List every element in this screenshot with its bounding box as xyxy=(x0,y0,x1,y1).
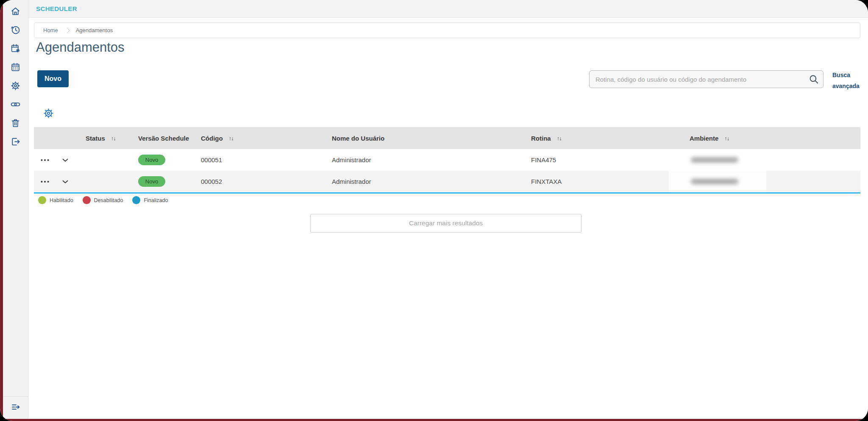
cell-ambiente xyxy=(686,171,860,192)
search-icon[interactable] xyxy=(808,74,819,85)
cell-nome-usuario: Administrador xyxy=(328,156,527,163)
row-actions-menu-icon[interactable] xyxy=(34,155,56,166)
legend-dot-red xyxy=(83,196,91,204)
cell-rotina: FINXTAXA xyxy=(527,178,686,185)
cell-rotina: FINA475 xyxy=(527,156,686,163)
column-header-rotina: Rotina ↑↓ xyxy=(527,135,686,142)
window-frame-left xyxy=(0,0,3,421)
app-title: SCHEDULER xyxy=(36,5,77,12)
table-header-row: Status ↑↓ Versão Schedule Código ↑↓ Nome… xyxy=(34,127,860,149)
sidebar-collapse-button[interactable] xyxy=(3,396,28,419)
ambiente-redacted-value xyxy=(669,171,766,192)
home-icon xyxy=(10,6,21,18)
cell-ambiente xyxy=(686,149,860,171)
table-row: Novo 000052 Administrador FINXTAXA xyxy=(34,171,860,192)
page-title: Agendamentos xyxy=(36,40,125,55)
load-more-button[interactable]: Carregar mais resultados xyxy=(310,214,581,233)
legend-item-finalizado: Finalizado xyxy=(132,196,168,204)
schedules-table: Status ↑↓ Versão Schedule Código ↑↓ Nome… xyxy=(34,127,860,194)
expand-menu-icon xyxy=(11,402,21,414)
logout-icon xyxy=(10,136,21,149)
versao-schedule-badge: Novo xyxy=(138,176,165,187)
status-legend: Habilitado Desabilitado Finalizado xyxy=(38,196,177,204)
ambiente-redacted-value xyxy=(669,149,766,171)
sidebar-item-logout[interactable] xyxy=(3,133,28,152)
sidebar-item-home[interactable] xyxy=(3,3,28,21)
breadcrumb-home[interactable]: Home xyxy=(43,27,58,33)
versao-schedule-badge: Novo xyxy=(138,155,165,165)
row-actions-menu-icon[interactable] xyxy=(34,176,56,187)
table-bottom-border xyxy=(34,192,860,194)
row-expand-chevron-icon[interactable] xyxy=(56,155,75,165)
calendar-gear-icon xyxy=(10,43,21,55)
cell-codigo: 000052 xyxy=(201,178,328,185)
column-header-ambiente: Ambiente ↑↓ xyxy=(686,135,860,142)
main-content: Home Agendamentos Agendamentos Novo Busc… xyxy=(28,18,868,419)
sidebar-item-schedule-config[interactable] xyxy=(3,40,28,58)
table-row: Novo 000051 Administrador FINA475 xyxy=(34,149,860,171)
sidebar-item-calendar[interactable] xyxy=(3,58,28,77)
column-header-nome-usuario: Nome do Usuário xyxy=(328,135,527,142)
cell-nome-usuario: Administrador xyxy=(328,178,527,185)
search-input[interactable] xyxy=(589,70,823,88)
legend-dot-green xyxy=(38,196,46,204)
sort-icon[interactable]: ↑↓ xyxy=(229,135,234,141)
breadcrumb-current: Agendamentos xyxy=(76,27,113,33)
column-header-codigo: Código ↑↓ xyxy=(201,135,328,142)
link-icon xyxy=(10,99,21,111)
sort-icon[interactable]: ↑↓ xyxy=(724,135,729,141)
legend-item-habilitado: Habilitado xyxy=(38,196,73,204)
legend-item-desabilitado: Desabilitado xyxy=(83,196,123,204)
search-box xyxy=(589,70,823,88)
calendar-icon xyxy=(10,62,21,74)
advanced-search-link[interactable]: Busca avançada xyxy=(832,69,866,91)
new-button[interactable]: Novo xyxy=(37,70,69,87)
trash-icon xyxy=(10,118,21,130)
column-header-status: Status ↑↓ xyxy=(75,135,138,142)
sort-icon[interactable]: ↑↓ xyxy=(557,135,562,141)
sort-icon[interactable]: ↑↓ xyxy=(111,135,116,141)
sidebar xyxy=(3,0,28,419)
row-expand-chevron-icon[interactable] xyxy=(56,177,75,186)
screen: SCHEDULER Home Agendamentos Agendamentos… xyxy=(0,0,868,421)
cell-codigo: 000051 xyxy=(201,156,328,163)
app-window: SCHEDULER Home Agendamentos Agendamentos… xyxy=(0,0,868,421)
history-icon xyxy=(10,25,21,37)
breadcrumb-separator-icon xyxy=(64,27,70,33)
sidebar-item-trash[interactable] xyxy=(3,114,28,133)
column-header-versao-schedule: Versão Schedule xyxy=(138,135,201,142)
legend-dot-blue xyxy=(132,196,140,204)
gear-icon xyxy=(10,80,21,93)
sidebar-nav xyxy=(3,3,28,152)
top-bar: SCHEDULER xyxy=(28,0,868,18)
sidebar-item-links[interactable] xyxy=(3,96,28,114)
table-settings-button[interactable] xyxy=(43,108,54,119)
sidebar-item-settings[interactable] xyxy=(3,77,28,96)
window-frame-bottom xyxy=(0,419,868,421)
breadcrumb: Home Agendamentos xyxy=(34,22,860,38)
sidebar-item-history[interactable] xyxy=(3,21,28,40)
